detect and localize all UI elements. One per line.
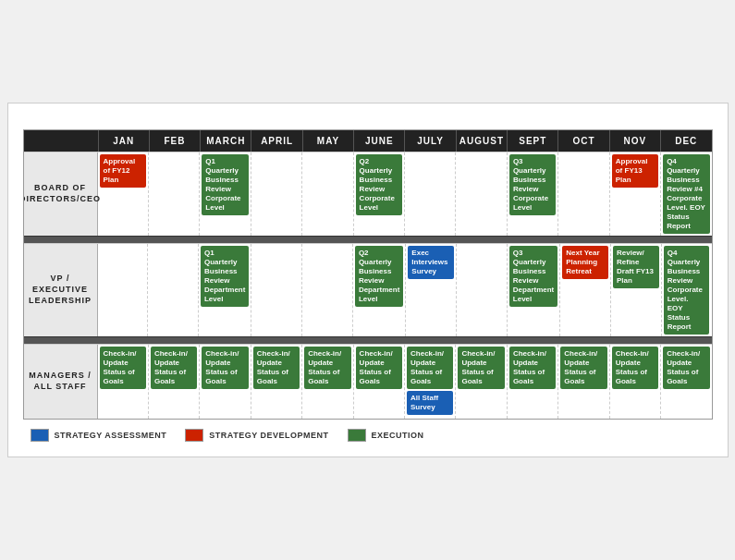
cell-s1-m2: Q1 Quarterly Business Review Department … [198,244,251,336]
event-s0-m8-e0: Q3 Quarterly Business Review Corporate L… [509,154,556,215]
event-s2-m5-e0: Check-in/ Update Status of Goals [356,347,402,389]
event-s0-m10-e0: Approval of FY13 Plan [612,154,658,188]
cell-s2-m0: Check-in/ Update Status of Goals [98,345,148,419]
cell-s1-m4 [301,244,352,336]
cell-s0-m7 [455,152,506,236]
cell-s1-m0 [98,244,148,336]
months-grid-0: Approval of FY12 PlanQ1 Quarterly Busine… [98,152,712,236]
cell-s0-m2: Q1 Quarterly Business Review Corporate L… [199,152,250,236]
event-s2-m0-e0: Check-in/ Update Status of Goals [100,347,146,389]
month-header-may: MAY [302,130,353,152]
event-s1-m9-e0: Next Year Planning Retreat [562,246,608,279]
month-header-feb: FEB [149,130,200,152]
header-label-spacer [24,130,98,152]
event-s2-m6-e0: Check-in/ Update Status of Goals [407,347,453,389]
cell-s2-m10: Check-in/ Update Status of Goals [609,345,660,419]
legend: STRATEGY ASSESSMENTSTRATEGY DEVELOPMENTE… [23,429,713,442]
event-s2-m2-e0: Check-in/ Update Status of Goals [202,347,248,389]
cell-s2-m1: Check-in/ Update Status of Goals [148,345,199,419]
cell-s1-m1 [147,244,198,336]
cell-s0-m9 [557,152,608,236]
cell-s1-m3 [251,244,301,336]
section-divider-2 [24,336,712,344]
event-s0-m11-e0: Q4 Quarterly Business Review #4 Corporat… [663,154,709,234]
section-row-1: VP / EXECUTIVE LEADERSHIPQ1 Quarterly Bu… [24,243,712,336]
section-divider-1 [24,236,712,243]
cell-s2-m7: Check-in/ Update Status of Goals [455,345,506,419]
row-label-1: VP / EXECUTIVE LEADERSHIP [24,244,98,336]
cell-s2-m3: Check-in/ Update Status of Goals [251,345,301,419]
cell-s1-m9: Next Year Planning Retreat [559,244,610,336]
event-s2-m6-e1: All Staff Survey [407,391,453,415]
legend-item-1: STRATEGY DEVELOPMENT [185,429,328,442]
cell-s2-m11: Check-in/ Update Status of Goals [660,345,711,419]
month-header-august: AUGUST [456,130,507,152]
legend-box-blue [31,429,49,442]
event-s1-m2-e0: Q1 Quarterly Business Review Department … [201,246,249,307]
cell-s1-m8: Q3 Quarterly Business Review Department … [507,244,559,336]
legend-box-red [185,429,203,442]
month-header-jan: JAN [98,130,149,152]
cell-s0-m6 [404,152,455,236]
calendar: JANFEBMARCHAPRILMAYJUNEJULYAUGUSTSEPTOCT… [23,129,713,420]
event-s0-m0-e0: Approval of FY12 Plan [100,154,146,188]
event-s2-m7-e0: Check-in/ Update Status of Goals [458,347,504,389]
legend-label-1: STRATEGY DEVELOPMENT [209,431,328,440]
event-s2-m3-e0: Check-in/ Update Status of Goals [253,347,300,389]
month-header-june: JUNE [353,130,404,152]
month-header-april: APRIL [251,130,301,152]
legend-box-green [348,429,366,442]
section-row-0: BOARD OF DIRECTORS/CEOApproval of FY12 P… [24,152,712,236]
month-header-oct: OCT [557,130,608,152]
cell-s2-m4: Check-in/ Update Status of Goals [301,345,352,419]
event-s2-m4-e0: Check-in/ Update Status of Goals [304,347,350,389]
months-grid-1: Q1 Quarterly Business Review Department … [98,244,712,336]
month-header-march: MARCH [200,130,251,152]
month-header-july: JULY [404,130,455,152]
event-s2-m9-e0: Check-in/ Update Status of Goals [560,347,606,389]
row-label-2: MANAGERS / ALL STAFF [24,345,98,419]
event-s2-m1-e0: Check-in/ Update Status of Goals [151,347,197,389]
cell-s1-m10: Review/ Refine Draft FY13 Plan [610,244,661,336]
cell-s0-m4 [301,152,352,236]
cell-s2-m8: Check-in/ Update Status of Goals [507,345,557,419]
event-s1-m8-e0: Q3 Quarterly Business Review Department … [509,246,557,307]
cell-s0-m0: Approval of FY12 Plan [98,152,148,236]
legend-item-2: EXECUTION [348,429,424,442]
event-s2-m10-e0: Check-in/ Update Status of Goals [612,347,658,389]
cell-s1-m7 [456,244,507,336]
header-row: JANFEBMARCHAPRILMAYJUNEJULYAUGUSTSEPTOCT… [24,130,712,152]
section-row-2: MANAGERS / ALL STAFFCheck-in/ Update Sta… [24,344,712,419]
month-header-dec: DEC [660,130,711,152]
event-s2-m11-e0: Check-in/ Update Status of Goals [663,347,709,389]
legend-item-0: STRATEGY ASSESSMENT [31,429,167,442]
cell-s2-m2: Check-in/ Update Status of Goals [199,345,250,419]
event-s0-m5-e0: Q2 Quarterly Business Review Corporate L… [356,154,402,215]
month-header-sept: SEPT [507,130,557,152]
cell-s0-m1 [148,152,199,236]
legend-label-2: EXECUTION [372,431,424,440]
event-s2-m8-e0: Check-in/ Update Status of Goals [509,347,556,389]
cell-s0-m10: Approval of FY13 Plan [609,152,660,236]
cell-s0-m3 [251,152,301,236]
months-grid-2: Check-in/ Update Status of GoalsCheck-in… [98,345,712,419]
event-s1-m6-e0: Exec Interviews Survey [408,246,454,279]
cell-s1-m6: Exec Interviews Survey [405,244,456,336]
month-header-nov: NOV [609,130,660,152]
cell-s0-m8: Q3 Quarterly Business Review Corporate L… [507,152,557,236]
event-s0-m2-e0: Q1 Quarterly Business Review Corporate L… [202,154,248,215]
cell-s2-m6: Check-in/ Update Status of GoalsAll Staf… [404,345,455,419]
calendar-body: BOARD OF DIRECTORS/CEOApproval of FY12 P… [24,152,712,419]
cell-s0-m5: Q2 Quarterly Business Review Corporate L… [353,152,404,236]
event-s1-m11-e0: Q4 Quarterly Business Review Corporate L… [664,246,710,335]
cell-s1-m5: Q2 Quarterly Business Review Department … [352,244,405,336]
event-s1-m5-e0: Q2 Quarterly Business Review Department … [355,246,403,307]
cell-s0-m11: Q4 Quarterly Business Review #4 Corporat… [660,152,711,236]
event-s1-m10-e0: Review/ Refine Draft FY13 Plan [613,246,659,288]
cell-s2-m9: Check-in/ Update Status of Goals [557,345,608,419]
cell-s2-m5: Check-in/ Update Status of Goals [353,345,404,419]
legend-label-0: STRATEGY ASSESSMENT [55,431,167,440]
row-label-0: BOARD OF DIRECTORS/CEO [24,152,98,236]
cell-s1-m11: Q4 Quarterly Business Review Corporate L… [661,244,712,336]
main-container: JANFEBMARCHAPRILMAYJUNEJULYAUGUSTSEPTOCT… [7,103,729,457]
